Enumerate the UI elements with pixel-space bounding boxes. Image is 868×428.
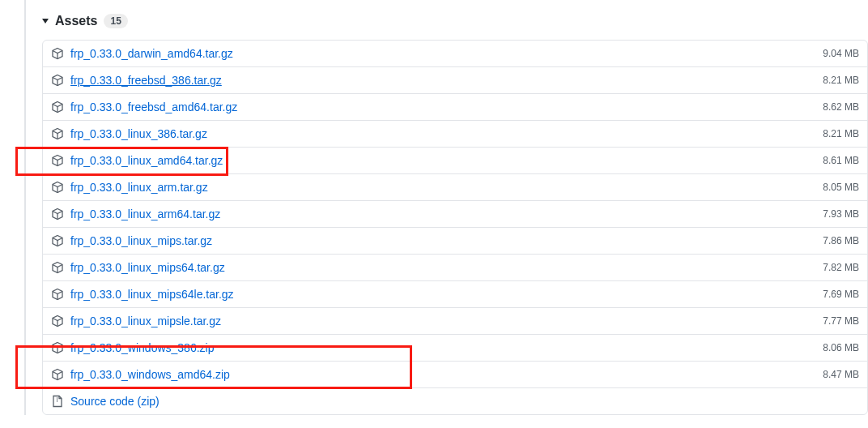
asset-link[interactable]: frp_0.33.0_windows_amd64.zip [70, 368, 230, 381]
asset-link[interactable]: frp_0.33.0_linux_mips64le.tar.gz [70, 288, 234, 301]
asset-link[interactable]: frp_0.33.0_linux_386.tar.gz [70, 127, 207, 140]
package-icon [51, 208, 64, 220]
asset-link[interactable]: frp_0.33.0_linux_amd64.tar.gz [70, 154, 223, 167]
asset-size: 7.69 MB [823, 289, 859, 300]
package-icon [51, 315, 64, 327]
package-icon [51, 127, 64, 140]
asset-row: frp_0.33.0_linux_amd64.tar.gz8.61 MB [43, 147, 867, 173]
asset-left: frp_0.33.0_linux_arm.tar.gz [51, 181, 208, 194]
asset-link[interactable]: frp_0.33.0_linux_mips64.tar.gz [70, 261, 225, 274]
package-icon [51, 234, 64, 247]
asset-row: frp_0.33.0_linux_mips.tar.gz7.86 MB [43, 227, 867, 254]
asset-size: 8.05 MB [823, 182, 859, 193]
triangle-down-icon [42, 19, 49, 24]
asset-left: frp_0.33.0_windows_386.zip [51, 341, 214, 354]
asset-row: frp_0.33.0_windows_386.zip8.06 MB [43, 334, 867, 361]
asset-row: frp_0.33.0_freebsd_amd64.tar.gz8.62 MB [43, 93, 867, 120]
release-panel: Assets 15 frp_0.33.0_darwin_amd64.tar.gz… [24, 0, 868, 415]
asset-left: frp_0.33.0_linux_mips.tar.gz [51, 234, 212, 247]
package-icon [51, 261, 64, 274]
asset-link[interactable]: frp_0.33.0_linux_arm.tar.gz [70, 181, 208, 194]
asset-size: 8.06 MB [823, 342, 859, 353]
asset-row: frp_0.33.0_linux_arm.tar.gz8.05 MB [43, 173, 867, 200]
source-code-label: Source code [70, 395, 134, 408]
asset-row: frp_0.33.0_windows_amd64.zip8.47 MB [43, 361, 867, 387]
asset-left: frp_0.33.0_linux_mipsle.tar.gz [51, 315, 221, 327]
asset-left: frp_0.33.0_windows_amd64.zip [51, 368, 230, 381]
package-icon [51, 341, 64, 354]
asset-link[interactable]: frp_0.33.0_windows_386.zip [70, 341, 214, 354]
asset-size: 7.77 MB [823, 315, 859, 327]
asset-left: frp_0.33.0_darwin_amd64.tar.gz [51, 47, 233, 60]
package-icon [51, 181, 64, 194]
asset-row: frp_0.33.0_freebsd_386.tar.gz8.21 MB [43, 66, 867, 93]
asset-row: frp_0.33.0_darwin_amd64.tar.gz9.04 MB [43, 41, 867, 66]
asset-size: 8.47 MB [823, 369, 859, 380]
asset-size: 9.04 MB [823, 48, 859, 59]
asset-left: frp_0.33.0_freebsd_amd64.tar.gz [51, 101, 237, 113]
asset-left: frp_0.33.0_linux_amd64.tar.gz [51, 154, 223, 167]
asset-left: frp_0.33.0_linux_mips64le.tar.gz [51, 288, 234, 301]
source-code-link[interactable]: Source code (zip) [70, 395, 160, 408]
package-icon [51, 101, 64, 113]
assets-toggle[interactable]: Assets 15 [42, 14, 868, 28]
asset-left: frp_0.33.0_linux_arm64.tar.gz [51, 208, 220, 220]
asset-row: frp_0.33.0_linux_mips64le.tar.gz7.69 MB [43, 280, 867, 307]
asset-size: 7.82 MB [823, 262, 859, 273]
asset-size: 8.61 MB [823, 155, 859, 166]
assets-count-badge: 15 [104, 14, 127, 28]
assets-label: Assets [55, 14, 97, 28]
source-code-row: Source code (zip) [43, 387, 867, 414]
assets-list: frp_0.33.0_darwin_amd64.tar.gz9.04 MB fr… [42, 40, 868, 415]
package-icon [51, 47, 64, 60]
asset-left: frp_0.33.0_linux_mips64.tar.gz [51, 261, 225, 274]
asset-size: 8.62 MB [823, 101, 859, 113]
package-icon [51, 368, 64, 381]
asset-size: 8.21 MB [823, 75, 859, 86]
zip-file-icon [51, 395, 64, 408]
asset-size: 7.93 MB [823, 208, 859, 220]
asset-size: 7.86 MB [823, 235, 859, 246]
asset-link[interactable]: frp_0.33.0_freebsd_386.tar.gz [70, 74, 222, 87]
asset-row: frp_0.33.0_linux_386.tar.gz8.21 MB [43, 120, 867, 147]
asset-size: 8.21 MB [823, 128, 859, 139]
source-code-format: (zip) [138, 395, 160, 408]
package-icon [51, 154, 64, 167]
asset-row: frp_0.33.0_linux_mips64.tar.gz7.82 MB [43, 254, 867, 280]
asset-link[interactable]: frp_0.33.0_linux_mips.tar.gz [70, 234, 212, 247]
package-icon [51, 74, 64, 87]
asset-row: frp_0.33.0_linux_arm64.tar.gz7.93 MB [43, 200, 867, 227]
asset-left: frp_0.33.0_linux_386.tar.gz [51, 127, 207, 140]
asset-link[interactable]: frp_0.33.0_linux_mipsle.tar.gz [70, 315, 221, 327]
asset-link[interactable]: frp_0.33.0_darwin_amd64.tar.gz [70, 47, 233, 60]
asset-row: frp_0.33.0_linux_mipsle.tar.gz7.77 MB [43, 307, 867, 334]
package-icon [51, 288, 64, 301]
asset-link[interactable]: frp_0.33.0_freebsd_amd64.tar.gz [70, 101, 237, 113]
asset-link[interactable]: frp_0.33.0_linux_arm64.tar.gz [70, 208, 220, 220]
asset-left: frp_0.33.0_freebsd_386.tar.gz [51, 74, 222, 87]
